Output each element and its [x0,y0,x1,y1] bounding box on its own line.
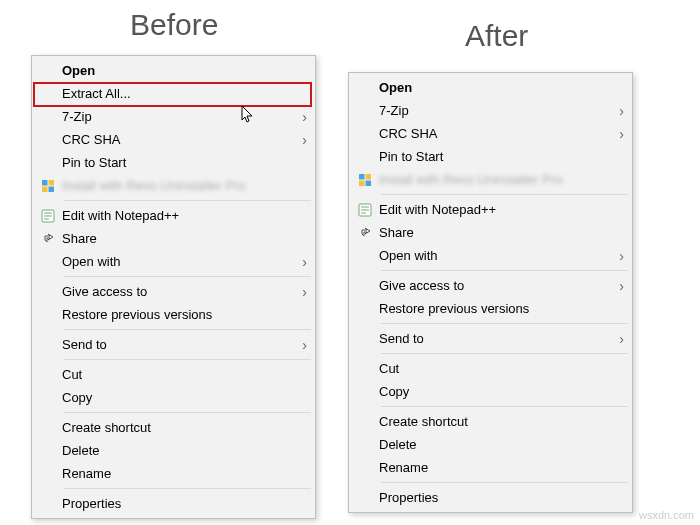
menu-restore-previous-label: Restore previous versions [62,307,307,322]
separator [64,488,311,489]
chevron-right-icon: › [608,248,624,264]
menu-properties[interactable]: Properties [34,492,313,515]
chevron-right-icon: › [608,278,624,294]
menu-give-access-to-label: Give access to [379,278,608,293]
svg-rect-1 [49,180,55,186]
menu-send-to-label: Send to [62,337,291,352]
menu-properties-label: Properties [62,496,307,511]
menu-create-shortcut-label: Create shortcut [379,414,624,429]
menu-open[interactable]: Open [34,59,313,82]
menu-cut-label: Cut [379,361,624,376]
notepad-icon [34,209,62,223]
separator [64,200,311,201]
separator [64,359,311,360]
menu-edit-notepad[interactable]: Edit with Notepad++ [34,204,313,227]
menu-give-access-to[interactable]: Give access to › [351,274,630,297]
menu-extract-all-label: Extract All... [62,86,307,101]
menu-copy[interactable]: Copy [34,386,313,409]
menu-properties[interactable]: Properties [351,486,630,509]
menu-give-access-to-label: Give access to [62,284,291,299]
menu-pin-to-start[interactable]: Pin to Start [34,151,313,174]
menu-cut-label: Cut [62,367,307,382]
svg-rect-7 [359,180,365,186]
chevron-right-icon: › [291,109,307,125]
svg-rect-0 [42,180,48,186]
menu-open-with-label: Open with [62,254,291,269]
menu-share[interactable]: Share [351,221,630,244]
menu-crc-sha[interactable]: CRC SHA › [351,122,630,145]
cursor-icon [241,105,255,125]
separator [381,353,628,354]
menu-send-to[interactable]: Send to › [351,327,630,350]
menu-open-with[interactable]: Open with › [34,250,313,273]
menu-create-shortcut-label: Create shortcut [62,420,307,435]
menu-rename-label: Rename [62,466,307,481]
menu-7zip[interactable]: 7-Zip › [351,99,630,122]
menu-extract-all[interactable]: Extract All... [34,82,313,105]
separator [64,329,311,330]
notepad-icon [351,203,379,217]
chevron-right-icon: › [608,331,624,347]
menu-copy-label: Copy [379,384,624,399]
menu-delete[interactable]: Delete [34,439,313,462]
svg-rect-6 [366,174,372,180]
menu-share-label: Share [62,231,307,246]
menu-open[interactable]: Open [351,76,630,99]
menu-crc-sha[interactable]: CRC SHA › [34,128,313,151]
menu-properties-label: Properties [379,490,624,505]
menu-edit-notepad-label: Edit with Notepad++ [379,202,624,217]
menu-rename[interactable]: Rename [34,462,313,485]
menu-send-to-label: Send to [379,331,608,346]
watermark: wsxdn.com [639,509,694,521]
separator [381,323,628,324]
menu-cut[interactable]: Cut [351,357,630,380]
heading-after: After [465,19,528,53]
shield-icon [351,173,379,187]
menu-share[interactable]: Share [34,227,313,250]
menu-7zip[interactable]: 7-Zip › [34,105,313,128]
menu-give-access-to[interactable]: Give access to › [34,280,313,303]
menu-7zip-label: 7-Zip [62,109,291,124]
svg-rect-5 [359,174,365,180]
context-menu-after: Open 7-Zip › CRC SHA › Pin to Start Inst… [348,72,633,513]
separator [64,412,311,413]
separator [381,482,628,483]
menu-crc-sha-label: CRC SHA [379,126,608,141]
separator [381,194,628,195]
svg-rect-8 [366,180,372,186]
menu-send-to[interactable]: Send to › [34,333,313,356]
menu-installer-item[interactable]: Install with Revo Uninstaller Pro [351,168,630,191]
menu-copy[interactable]: Copy [351,380,630,403]
separator [381,270,628,271]
menu-restore-previous[interactable]: Restore previous versions [351,297,630,320]
share-icon [34,232,62,246]
menu-cut[interactable]: Cut [34,363,313,386]
menu-crc-sha-label: CRC SHA [62,132,291,147]
menu-edit-notepad[interactable]: Edit with Notepad++ [351,198,630,221]
shield-icon [34,179,62,193]
separator [64,276,311,277]
heading-before: Before [130,8,218,42]
menu-create-shortcut[interactable]: Create shortcut [34,416,313,439]
menu-copy-label: Copy [62,390,307,405]
menu-pin-to-start-label: Pin to Start [379,149,624,164]
menu-restore-previous-label: Restore previous versions [379,301,624,316]
menu-create-shortcut[interactable]: Create shortcut [351,410,630,433]
menu-installer-label: Install with Revo Uninstaller Pro [379,172,624,187]
menu-open-with-label: Open with [379,248,608,263]
menu-pin-to-start-label: Pin to Start [62,155,307,170]
menu-delete[interactable]: Delete [351,433,630,456]
context-menu-before: Open Extract All... 7-Zip › CRC SHA › Pi… [31,55,316,519]
menu-pin-to-start[interactable]: Pin to Start [351,145,630,168]
menu-share-label: Share [379,225,624,240]
menu-restore-previous[interactable]: Restore previous versions [34,303,313,326]
separator [381,406,628,407]
menu-installer-item[interactable]: Install with Revo Uninstaller Pro [34,174,313,197]
svg-rect-3 [49,186,55,192]
chevron-right-icon: › [291,132,307,148]
menu-open-label: Open [379,80,624,95]
menu-rename[interactable]: Rename [351,456,630,479]
menu-open-with[interactable]: Open with › [351,244,630,267]
menu-edit-notepad-label: Edit with Notepad++ [62,208,307,223]
chevron-right-icon: › [291,337,307,353]
